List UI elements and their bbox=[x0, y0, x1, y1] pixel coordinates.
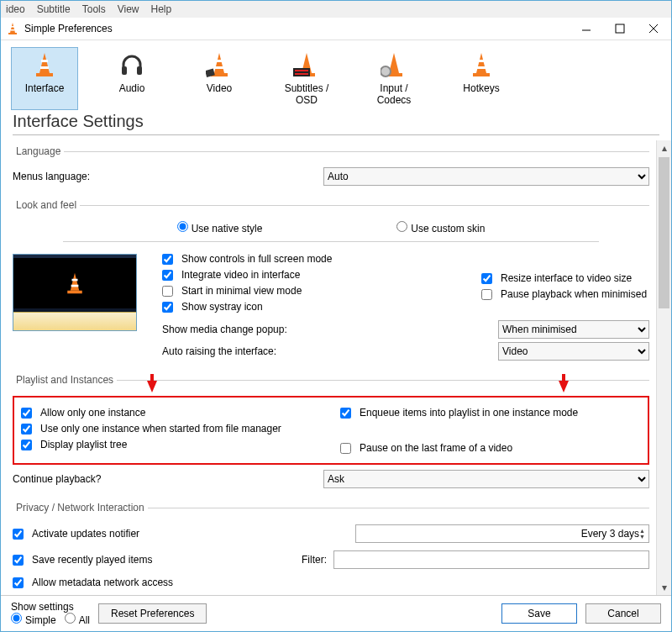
maximize-button[interactable] bbox=[614, 23, 626, 34]
tab-subtitles[interactable]: Subtitles / OSD bbox=[273, 47, 340, 110]
svg-marker-0 bbox=[10, 23, 15, 33]
menu-item[interactable]: View bbox=[118, 3, 139, 15]
group-legend: Privacy / Network Interaction bbox=[13, 502, 148, 514]
group-legend: Playlist and Instances bbox=[13, 374, 117, 386]
integrate-video-checkbox[interactable] bbox=[162, 270, 173, 281]
scroll-down-icon[interactable]: ▾ bbox=[657, 580, 671, 595]
tab-audio[interactable]: Audio bbox=[98, 47, 165, 110]
pause-minimised-checkbox[interactable] bbox=[481, 289, 492, 300]
svg-rect-21 bbox=[293, 68, 310, 76]
close-button[interactable] bbox=[648, 23, 659, 34]
menu-item[interactable]: Subtitle bbox=[37, 3, 71, 15]
cancel-button[interactable]: Cancel bbox=[585, 603, 661, 624]
svg-marker-27 bbox=[476, 53, 486, 73]
tab-label: Hotkeys bbox=[450, 82, 512, 94]
category-tabs: Interface Audio Video Subtitles / OSD In… bbox=[1, 40, 671, 112]
svg-rect-22 bbox=[295, 70, 308, 71]
fullscreen-controls-checkbox[interactable] bbox=[162, 254, 173, 265]
menus-language-select[interactable]: Auto bbox=[323, 167, 649, 186]
tab-label: Video bbox=[188, 82, 250, 94]
checkbox-label: Start in minimal view mode bbox=[181, 285, 302, 297]
pause-last-frame-checkbox[interactable] bbox=[340, 443, 351, 454]
heading-divider bbox=[13, 134, 659, 135]
simple-radio-input[interactable] bbox=[11, 613, 22, 624]
auto-raise-label: Auto raising the interface: bbox=[162, 345, 330, 357]
svg-point-26 bbox=[381, 66, 391, 76]
enqueue-checkbox[interactable] bbox=[340, 408, 351, 419]
menu-item[interactable]: ideo bbox=[6, 3, 25, 15]
media-popup-label: Show media change popup: bbox=[162, 324, 330, 335]
group-legend: Language bbox=[13, 145, 64, 157]
native-style-radio[interactable]: Use native style bbox=[177, 221, 263, 234]
tab-label: Subtitles / OSD bbox=[276, 82, 338, 106]
all-radio[interactable]: All bbox=[65, 613, 90, 626]
minimal-view-checkbox[interactable] bbox=[162, 286, 173, 297]
continue-playback-select[interactable]: Ask bbox=[323, 470, 649, 488]
playlist-tree-checkbox[interactable] bbox=[21, 440, 32, 450]
svg-marker-8 bbox=[39, 53, 50, 73]
all-radio-input[interactable] bbox=[65, 613, 76, 624]
resize-interface-checkbox[interactable] bbox=[481, 273, 492, 284]
vlc-cone-icon bbox=[6, 22, 19, 35]
updates-notifier-checkbox[interactable] bbox=[13, 529, 24, 540]
one-instance-filemgr-checkbox[interactable] bbox=[21, 424, 32, 434]
svg-rect-23 bbox=[295, 73, 308, 75]
checkbox-label: Allow metadata network access bbox=[32, 577, 173, 588]
hotkeys-cone-icon bbox=[468, 69, 495, 81]
simple-radio[interactable]: Simple bbox=[11, 613, 56, 626]
page-heading: Interface Settings bbox=[1, 112, 671, 133]
custom-skin-radio-input[interactable] bbox=[396, 221, 407, 232]
annotation-highlight-box: Allow only one instance Use only one ins… bbox=[13, 396, 649, 465]
svg-rect-30 bbox=[477, 66, 486, 69]
native-style-radio-input[interactable] bbox=[177, 221, 188, 232]
updates-interval-spinbox[interactable]: Every 3 days ▲▼ bbox=[355, 524, 649, 543]
privacy-group: Privacy / Network Interaction Activate u… bbox=[13, 502, 649, 592]
menu-item[interactable]: Help bbox=[151, 3, 172, 15]
svg-rect-32 bbox=[67, 291, 82, 294]
svg-rect-17 bbox=[215, 66, 223, 69]
svg-rect-28 bbox=[473, 73, 490, 76]
scrollbar-thumb[interactable] bbox=[659, 157, 669, 308]
tab-label: Interface bbox=[13, 82, 76, 94]
save-recent-checkbox[interactable] bbox=[13, 555, 24, 566]
media-popup-select[interactable]: When minimised bbox=[498, 320, 649, 339]
divider bbox=[63, 241, 599, 242]
auto-raise-select[interactable]: Video bbox=[498, 342, 649, 361]
disc-cone-icon bbox=[381, 69, 407, 81]
tab-label: Audio bbox=[101, 82, 163, 94]
tab-interface[interactable]: Interface bbox=[11, 47, 78, 110]
window-controls bbox=[580, 23, 666, 34]
systray-checkbox[interactable] bbox=[162, 302, 173, 313]
look-feel-group: Look and feel Use native style Use custo… bbox=[13, 199, 649, 364]
svg-rect-9 bbox=[36, 73, 53, 76]
tab-label: Input / Codecs bbox=[363, 82, 425, 106]
custom-skin-radio[interactable]: Use custom skin bbox=[396, 221, 485, 234]
spin-up-icon[interactable]: ▲ bbox=[639, 528, 645, 534]
reset-preferences-button[interactable]: Reset Preferences bbox=[98, 603, 207, 624]
tab-video[interactable]: Video bbox=[186, 47, 253, 110]
vertical-scrollbar[interactable]: ▴ ▾ bbox=[656, 140, 671, 595]
filter-input[interactable] bbox=[333, 550, 649, 569]
scroll-up-icon[interactable]: ▴ bbox=[657, 140, 671, 155]
svg-rect-29 bbox=[478, 60, 485, 62]
svg-rect-12 bbox=[122, 66, 127, 75]
menus-language-label: Menus language: bbox=[13, 171, 323, 182]
metadata-access-checkbox[interactable] bbox=[13, 577, 24, 588]
checkbox-label: Pause on the last frame of a video bbox=[360, 442, 512, 454]
radio-label: All bbox=[79, 614, 90, 626]
continue-playback-label: Continue playback? bbox=[13, 473, 323, 485]
save-button[interactable]: Save bbox=[501, 603, 577, 624]
one-instance-checkbox[interactable] bbox=[21, 408, 32, 419]
film-cone-icon bbox=[206, 69, 233, 81]
filter-label: Filter: bbox=[290, 554, 327, 566]
settings-content: Language Menus language: Auto Look and f… bbox=[1, 140, 656, 595]
annotation-arrow-icon bbox=[559, 381, 569, 392]
titlebar: Simple Preferences bbox=[1, 18, 671, 41]
dialog-footer: Show settings Simple All Reset Preferenc… bbox=[1, 595, 671, 631]
menu-item[interactable]: Tools bbox=[82, 3, 106, 15]
tab-input-codecs[interactable]: Input / Codecs bbox=[360, 47, 428, 110]
tab-hotkeys[interactable]: Hotkeys bbox=[448, 47, 515, 110]
show-settings-label: Show settings bbox=[11, 601, 90, 613]
minimize-button[interactable] bbox=[580, 23, 592, 34]
spin-down-icon[interactable]: ▼ bbox=[639, 534, 645, 540]
